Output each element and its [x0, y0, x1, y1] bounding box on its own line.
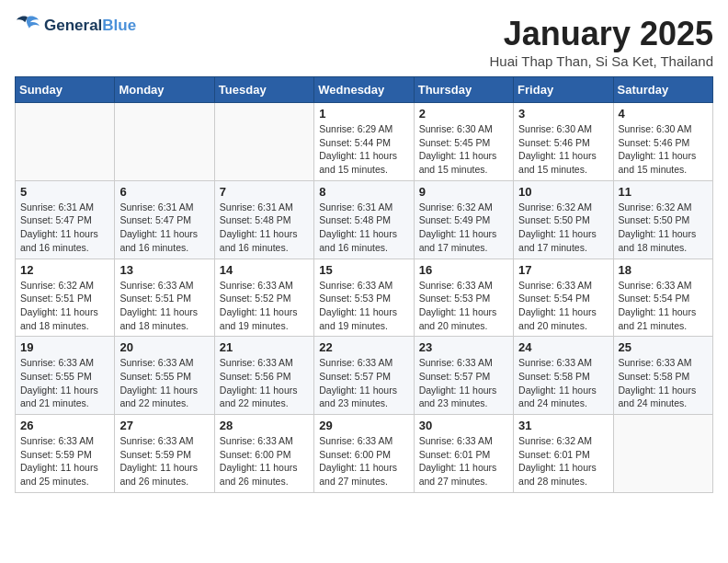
day-info: Sunrise: 6:32 AMSunset: 6:01 PMDaylight:… [518, 434, 608, 488]
calendar-cell: 10Sunrise: 6:32 AMSunset: 5:50 PMDayligh… [514, 180, 613, 259]
day-number: 12 [20, 263, 109, 277]
week-row-4: 26Sunrise: 6:33 AMSunset: 5:59 PMDayligh… [16, 415, 713, 493]
calendar-cell: 25Sunrise: 6:33 AMSunset: 5:58 PMDayligh… [613, 337, 712, 415]
calendar-cell: 9Sunrise: 6:32 AMSunset: 5:49 PMDaylight… [414, 180, 513, 259]
day-header-monday: Monday [115, 77, 214, 103]
day-header-thursday: Thursday [414, 77, 513, 103]
calendar-cell: 26Sunrise: 6:33 AMSunset: 5:59 PMDayligh… [16, 415, 115, 493]
calendar-cell: 18Sunrise: 6:33 AMSunset: 5:54 PMDayligh… [613, 259, 712, 337]
day-info: Sunrise: 6:33 AMSunset: 5:53 PMDaylight:… [419, 279, 508, 333]
day-number: 11 [619, 185, 708, 199]
day-number: 19 [20, 340, 109, 354]
day-info: Sunrise: 6:33 AMSunset: 5:55 PMDaylight:… [20, 356, 109, 410]
day-header-saturday: Saturday [613, 77, 712, 103]
day-number: 13 [119, 263, 209, 277]
day-number: 1 [319, 107, 408, 121]
day-header-tuesday: Tuesday [214, 77, 313, 103]
calendar-cell: 8Sunrise: 6:31 AMSunset: 5:48 PMDaylight… [314, 180, 414, 259]
day-number: 5 [20, 185, 109, 199]
calendar-cell: 2Sunrise: 6:30 AMSunset: 5:45 PMDaylight… [414, 103, 513, 181]
calendar-cell: 31Sunrise: 6:32 AMSunset: 6:01 PMDayligh… [514, 415, 613, 493]
day-number: 18 [619, 263, 708, 277]
day-number: 28 [220, 419, 309, 432]
day-number: 30 [419, 419, 508, 432]
day-info: Sunrise: 6:33 AMSunset: 5:59 PMDaylight:… [119, 434, 209, 488]
day-info: Sunrise: 6:33 AMSunset: 5:59 PMDaylight:… [20, 434, 109, 488]
calendar-cell: 29Sunrise: 6:33 AMSunset: 6:00 PMDayligh… [314, 415, 414, 493]
day-info: Sunrise: 6:33 AMSunset: 6:01 PMDaylight:… [419, 434, 508, 488]
day-info: Sunrise: 6:33 AMSunset: 5:55 PMDaylight:… [119, 356, 209, 410]
calendar-cell: 17Sunrise: 6:33 AMSunset: 5:54 PMDayligh… [514, 259, 613, 337]
calendar-cell: 24Sunrise: 6:33 AMSunset: 5:58 PMDayligh… [514, 337, 613, 415]
calendar-cell: 11Sunrise: 6:32 AMSunset: 5:50 PMDayligh… [613, 180, 712, 259]
calendar-cell: 14Sunrise: 6:33 AMSunset: 5:52 PMDayligh… [214, 259, 313, 337]
calendar-cell: 7Sunrise: 6:31 AMSunset: 5:48 PMDaylight… [214, 180, 313, 259]
logo: GeneralBlue [15, 15, 136, 37]
day-number: 31 [518, 419, 608, 432]
day-info: Sunrise: 6:29 AMSunset: 5:44 PMDaylight:… [319, 122, 408, 177]
day-info: Sunrise: 6:33 AMSunset: 5:57 PMDaylight:… [319, 356, 408, 410]
day-info: Sunrise: 6:31 AMSunset: 5:48 PMDaylight:… [319, 201, 408, 255]
week-row-2: 12Sunrise: 6:32 AMSunset: 5:51 PMDayligh… [16, 259, 713, 337]
page-header: GeneralBlue January 2025 Huai Thap Than,… [15, 15, 713, 69]
day-info: Sunrise: 6:33 AMSunset: 6:00 PMDaylight:… [220, 434, 309, 488]
day-info: Sunrise: 6:32 AMSunset: 5:50 PMDaylight:… [619, 201, 708, 255]
day-number: 4 [619, 107, 708, 121]
calendar-cell: 16Sunrise: 6:33 AMSunset: 5:53 PMDayligh… [414, 259, 513, 337]
logo-icon [15, 15, 40, 37]
calendar-cell: 1Sunrise: 6:29 AMSunset: 5:44 PMDaylight… [314, 103, 414, 181]
calendar-cell: 6Sunrise: 6:31 AMSunset: 5:47 PMDaylight… [115, 180, 214, 259]
day-info: Sunrise: 6:33 AMSunset: 5:54 PMDaylight:… [619, 279, 708, 333]
day-info: Sunrise: 6:33 AMSunset: 5:57 PMDaylight:… [419, 356, 508, 410]
day-info: Sunrise: 6:33 AMSunset: 5:51 PMDaylight:… [119, 279, 209, 333]
week-row-1: 5Sunrise: 6:31 AMSunset: 5:47 PMDaylight… [16, 180, 713, 259]
day-number: 15 [319, 263, 408, 277]
logo-text: GeneralBlue [44, 17, 136, 35]
day-number: 24 [518, 340, 608, 354]
day-info: Sunrise: 6:33 AMSunset: 6:00 PMDaylight:… [319, 434, 408, 488]
calendar-cell: 27Sunrise: 6:33 AMSunset: 5:59 PMDayligh… [115, 415, 214, 493]
calendar-cell: 30Sunrise: 6:33 AMSunset: 6:01 PMDayligh… [414, 415, 513, 493]
calendar-cell: 19Sunrise: 6:33 AMSunset: 5:55 PMDayligh… [16, 337, 115, 415]
day-number: 6 [119, 185, 209, 199]
day-info: Sunrise: 6:30 AMSunset: 5:45 PMDaylight:… [419, 122, 508, 177]
calendar-cell: 3Sunrise: 6:30 AMSunset: 5:46 PMDaylight… [514, 103, 613, 181]
day-number: 27 [119, 419, 209, 432]
day-number: 10 [518, 185, 608, 199]
day-info: Sunrise: 6:33 AMSunset: 5:56 PMDaylight:… [220, 356, 309, 410]
month-title: January 2025 [490, 15, 714, 53]
day-number: 23 [419, 340, 508, 354]
day-info: Sunrise: 6:33 AMSunset: 5:58 PMDaylight:… [619, 356, 708, 410]
day-number: 7 [220, 185, 309, 199]
calendar-cell [214, 103, 313, 181]
day-number: 22 [319, 340, 408, 354]
title-block: January 2025 Huai Thap Than, Si Sa Ket, … [490, 15, 714, 69]
calendar-cell: 5Sunrise: 6:31 AMSunset: 5:47 PMDaylight… [16, 180, 115, 259]
day-header-sunday: Sunday [16, 77, 115, 103]
day-info: Sunrise: 6:31 AMSunset: 5:47 PMDaylight:… [20, 201, 109, 255]
week-row-3: 19Sunrise: 6:33 AMSunset: 5:55 PMDayligh… [16, 337, 713, 415]
day-number: 26 [20, 419, 109, 432]
day-info: Sunrise: 6:33 AMSunset: 5:53 PMDaylight:… [319, 279, 408, 333]
day-number: 20 [119, 340, 209, 354]
day-info: Sunrise: 6:30 AMSunset: 5:46 PMDaylight:… [619, 122, 708, 177]
day-info: Sunrise: 6:32 AMSunset: 5:51 PMDaylight:… [20, 279, 109, 333]
day-number: 16 [419, 263, 508, 277]
day-number: 2 [419, 107, 508, 121]
day-number: 14 [220, 263, 309, 277]
location-subtitle: Huai Thap Than, Si Sa Ket, Thailand [490, 53, 714, 69]
calendar-cell: 20Sunrise: 6:33 AMSunset: 5:55 PMDayligh… [115, 337, 214, 415]
calendar-cell: 22Sunrise: 6:33 AMSunset: 5:57 PMDayligh… [314, 337, 414, 415]
day-number: 3 [518, 107, 608, 121]
calendar-cell: 21Sunrise: 6:33 AMSunset: 5:56 PMDayligh… [214, 337, 313, 415]
week-row-0: 1Sunrise: 6:29 AMSunset: 5:44 PMDaylight… [16, 103, 713, 181]
day-info: Sunrise: 6:31 AMSunset: 5:48 PMDaylight:… [220, 201, 309, 255]
day-info: Sunrise: 6:32 AMSunset: 5:50 PMDaylight:… [518, 201, 608, 255]
calendar-table: SundayMondayTuesdayWednesdayThursdayFrid… [15, 76, 713, 493]
day-header-friday: Friday [514, 77, 613, 103]
day-info: Sunrise: 6:31 AMSunset: 5:47 PMDaylight:… [119, 201, 209, 255]
day-number: 29 [319, 419, 408, 432]
calendar-cell [613, 415, 712, 493]
day-info: Sunrise: 6:33 AMSunset: 5:52 PMDaylight:… [220, 279, 309, 333]
calendar-cell: 15Sunrise: 6:33 AMSunset: 5:53 PMDayligh… [314, 259, 414, 337]
